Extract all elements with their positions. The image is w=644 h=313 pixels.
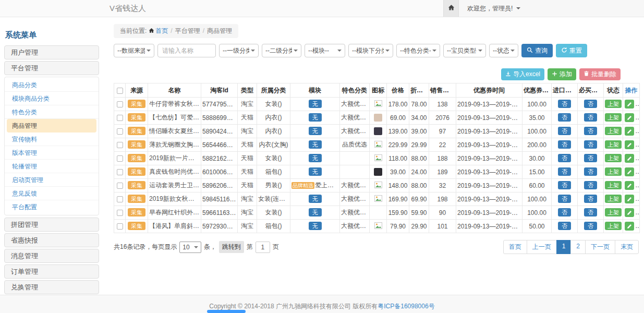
sidebar-item-carousel-management[interactable]: 轮播管理	[5, 160, 99, 173]
name-search-input[interactable]	[157, 44, 216, 57]
must-buy-toggle[interactable]: 否	[584, 140, 597, 149]
status-button[interactable]: 上架	[605, 154, 622, 162]
page-button[interactable]: 末页	[615, 240, 639, 254]
filter-select-module-subcategory[interactable]: --模块下分类--	[348, 44, 393, 57]
sidebar-item-module-goods-category[interactable]: 模块商品分类	[5, 92, 99, 105]
row-checkbox[interactable]	[117, 196, 123, 202]
status-button[interactable]: 上架	[605, 195, 622, 203]
add-button[interactable]: 添加	[548, 68, 576, 80]
status-button[interactable]: 上架	[605, 208, 622, 216]
page-button[interactable]: 1	[556, 240, 572, 254]
import-pick-toggle[interactable]: 否	[558, 127, 571, 135]
sidebar-item-promo-material[interactable]: 宣传物料	[5, 133, 99, 146]
row-checkbox[interactable]	[117, 115, 123, 121]
page-button[interactable]: 上一页	[527, 240, 557, 254]
import-pick-toggle[interactable]: 否	[558, 113, 571, 122]
filter-select-level2-category[interactable]: --二级分类--	[262, 44, 301, 57]
sidebar-item-splash-management[interactable]: 启动页管理	[5, 173, 99, 187]
sidebar-section-group-buy[interactable]: 拼团管理	[4, 218, 99, 232]
status-button[interactable]: 上架	[605, 140, 622, 149]
sidebar-item-goods-management[interactable]: 商品管理	[7, 119, 96, 133]
user-menu[interactable]: 欢迎您，管理员!	[459, 0, 529, 17]
row-checkbox[interactable]	[117, 223, 123, 230]
horizontal-scrollbar-thumb[interactable]	[207, 310, 246, 313]
source-cell: 采集	[126, 165, 148, 179]
import-pick-toggle[interactable]: 否	[558, 208, 571, 216]
import-pick-toggle[interactable]: 否	[558, 181, 571, 189]
import-excel-button[interactable]: 导入excel	[501, 68, 544, 80]
edit-button[interactable]	[625, 127, 634, 136]
sidebar-section-savings-news[interactable]: 省惠快报	[4, 233, 99, 247]
status-cell: 上架	[604, 111, 623, 125]
reset-button[interactable]: 重置	[556, 44, 587, 57]
checkbox-cell	[114, 152, 126, 165]
must-buy-toggle[interactable]: 否	[584, 154, 597, 162]
filter-select-module[interactable]: --模块--	[305, 44, 345, 57]
status-button[interactable]: 上架	[605, 127, 622, 135]
must-buy-toggle[interactable]: 否	[584, 195, 597, 203]
sidebar-section-exchange[interactable]: 兑换管理	[4, 280, 99, 294]
sidebar-section-orders[interactable]: 订单管理	[4, 264, 99, 279]
filter-select-item-type[interactable]: --宝贝类型--	[443, 44, 486, 57]
import-pick-toggle[interactable]: 否	[558, 222, 571, 230]
must-buy-toggle[interactable]: 否	[584, 181, 597, 189]
import-pick-toggle[interactable]: 否	[558, 100, 571, 108]
row-checkbox[interactable]	[117, 169, 123, 175]
row-checkbox[interactable]	[117, 155, 123, 162]
status-button[interactable]: 上架	[605, 100, 622, 108]
row-checkbox[interactable]	[117, 142, 123, 148]
row-checkbox[interactable]	[117, 101, 123, 107]
page-number-input[interactable]	[256, 242, 270, 253]
import-pick-toggle[interactable]: 否	[558, 154, 571, 162]
home-button[interactable]	[443, 0, 459, 17]
edit-button[interactable]	[625, 154, 634, 163]
per-page-select[interactable]: 10	[179, 242, 201, 253]
sidebar-item-feedback[interactable]: 意见反馈	[5, 187, 99, 200]
row-checkbox[interactable]	[117, 183, 123, 189]
filter-select-level1-category[interactable]: --一级分类--	[219, 44, 259, 57]
sidebar-item-goods-category[interactable]: 商品分类	[5, 78, 99, 92]
sidebar-section-platform[interactable]: 平台管理	[4, 61, 99, 75]
sidebar-section-messages[interactable]: 消息管理	[4, 249, 99, 263]
breadcrumb-home-link[interactable]: 首页	[155, 27, 168, 34]
must-buy-toggle[interactable]: 否	[584, 127, 597, 135]
must-buy-toggle[interactable]: 否	[584, 208, 597, 216]
status-button[interactable]: 上架	[605, 222, 622, 230]
jump-button[interactable]: 跳转到	[219, 241, 244, 253]
import-pick-toggle[interactable]: 否	[558, 195, 571, 203]
icp-link[interactable]: 粤ICP备16098006号	[378, 303, 434, 310]
edit-button[interactable]	[625, 208, 634, 217]
edit-button[interactable]	[625, 140, 634, 149]
row-checkbox[interactable]	[117, 210, 123, 216]
sidebar-item-feature-category[interactable]: 特色分类	[5, 105, 99, 119]
edit-button[interactable]	[625, 181, 634, 190]
filter-select-status[interactable]: --状态--	[489, 44, 518, 57]
status-button[interactable]: 上架	[605, 181, 622, 189]
edit-button[interactable]	[625, 113, 634, 122]
import-pick-toggle[interactable]: 否	[558, 167, 571, 176]
must-buy-toggle[interactable]: 否	[584, 113, 597, 122]
row-checkbox[interactable]	[117, 128, 123, 135]
filter-select-feature-category[interactable]: --特色分类--	[396, 44, 440, 57]
page-button[interactable]: 首页	[503, 240, 527, 254]
import-pick-toggle[interactable]: 否	[558, 140, 571, 149]
status-button[interactable]: 上架	[605, 167, 622, 176]
page-button[interactable]: 2	[570, 240, 586, 254]
edit-button[interactable]	[625, 195, 634, 203]
page-button[interactable]: 下一页	[585, 240, 615, 254]
query-button[interactable]: 查询	[521, 44, 553, 57]
sidebar-item-platform-config[interactable]: 平台配置	[5, 200, 99, 214]
edit-button[interactable]	[625, 222, 634, 231]
sidebar-section-users[interactable]: 用户管理	[4, 45, 99, 59]
breadcrumb-platform[interactable]: 平台管理	[175, 27, 200, 34]
batch-delete-button[interactable]: 批量删除	[579, 68, 621, 80]
must-buy-toggle[interactable]: 否	[584, 167, 597, 176]
edit-button[interactable]	[625, 100, 634, 109]
select-all-checkbox[interactable]	[117, 88, 123, 94]
status-button[interactable]: 上架	[605, 113, 622, 122]
edit-button[interactable]	[625, 167, 634, 176]
sidebar-item-version-management[interactable]: 版本管理	[5, 146, 99, 160]
must-buy-toggle[interactable]: 否	[584, 100, 597, 108]
must-buy-toggle[interactable]: 否	[584, 222, 597, 230]
filter-select-data-source[interactable]: --数据来源--	[114, 44, 154, 57]
